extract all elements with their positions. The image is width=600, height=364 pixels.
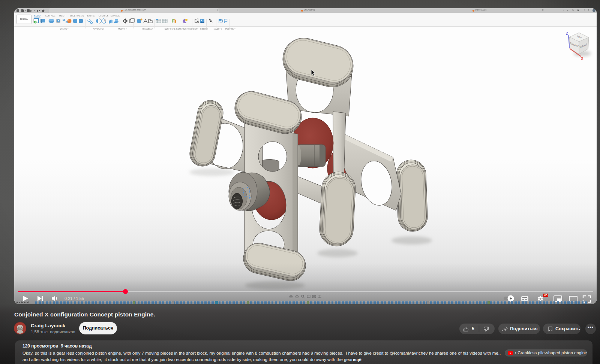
svg-text:HD: HD [544, 294, 548, 297]
svg-text:X: X [581, 57, 584, 61]
svg-text:Z: Z [566, 31, 568, 36]
